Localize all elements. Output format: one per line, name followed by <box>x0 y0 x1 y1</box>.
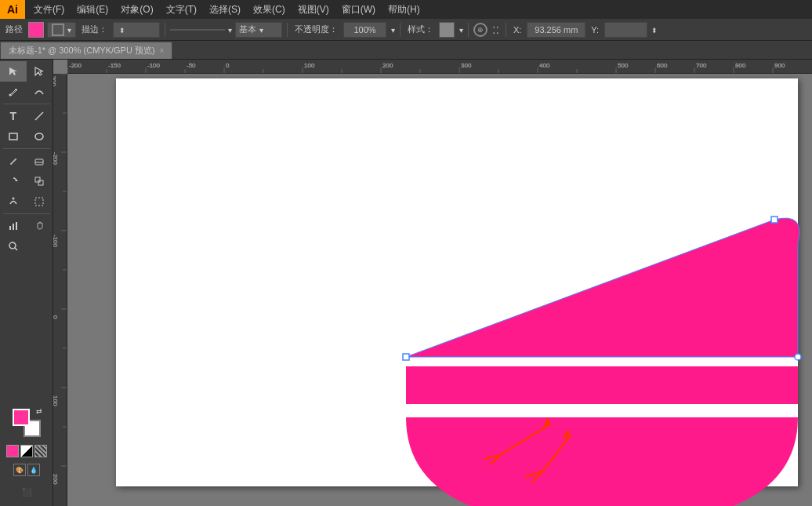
tool-select[interactable] <box>0 61 27 82</box>
x-coord-input[interactable] <box>527 22 585 38</box>
tab-title: 未标题-1* @ 300% (CMYK/GPU 预览) <box>9 45 155 56</box>
artboard-nav-icon: ⬛ <box>13 484 40 500</box>
fill-color-swatch[interactable] <box>28 22 44 38</box>
svg-text:-300: -300 <box>53 74 57 87</box>
stroke-label: 描边： <box>79 24 110 35</box>
color-area: ⇄ 🎨 💧 ⬛ <box>3 402 50 504</box>
stroke-toggle[interactable] <box>47 22 76 38</box>
stroke-profile-dropdown[interactable]: 基本 <box>235 22 282 38</box>
menu-select[interactable]: 选择(S) <box>204 2 246 18</box>
no-fill-mode[interactable] <box>34 445 47 457</box>
svg-text:700: 700 <box>696 62 707 69</box>
tool-zoom[interactable] <box>0 236 27 257</box>
tool-graph[interactable] <box>0 216 27 236</box>
tool-eraser[interactable] <box>27 151 53 171</box>
stroke-profile-chevron <box>258 25 263 35</box>
stroke-style-group <box>170 24 232 35</box>
handle-br[interactable] <box>795 354 801 360</box>
main-area: T <box>0 60 812 506</box>
handle-bl[interactable] <box>403 354 409 360</box>
ruler-h-ticks: -200 -150 -100 -50 0 100 200 300 400 500… <box>67 60 812 74</box>
opacity-input[interactable] <box>343 22 386 38</box>
left-toolbar: T <box>0 60 53 506</box>
color-picker-icon[interactable]: 🎨 <box>13 464 26 476</box>
svg-rect-2 <box>9 133 17 140</box>
svg-text:-150: -150 <box>108 62 121 69</box>
ruler-vertical: -300 -200 -100 0 100 200 <box>53 74 67 506</box>
x-coord-label: X: <box>511 25 524 35</box>
coord-chevron <box>651 24 658 35</box>
tool-free-transform[interactable] <box>27 191 53 212</box>
menu-help[interactable]: 帮助(H) <box>382 2 426 18</box>
svg-text:900: 900 <box>774 62 785 69</box>
tool-curvature[interactable] <box>27 82 53 102</box>
menu-bar: Ai 文件(F) 编辑(E) 对象(O) 文字(T) 选择(S) 效果(C) 视… <box>0 0 812 19</box>
stroke-chevron <box>66 25 71 35</box>
tab-document[interactable]: 未标题-1* @ 300% (CMYK/GPU 预览) × <box>0 42 172 59</box>
svg-text:100: 100 <box>304 62 315 69</box>
tool-pencil[interactable] <box>0 151 27 171</box>
shape-bottom-half-ellipse <box>406 417 798 506</box>
extra-tool-row: ⬛ <box>13 484 40 500</box>
style-label: 样式： <box>405 24 436 35</box>
menu-effect[interactable]: 效果(C) <box>248 2 291 18</box>
tool-row-3: T <box>0 106 53 126</box>
menu-window[interactable]: 窗口(W) <box>336 2 381 18</box>
svg-text:-200: -200 <box>69 62 82 69</box>
svg-rect-10 <box>35 198 43 206</box>
style-swatch[interactable] <box>439 22 455 38</box>
menu-view[interactable]: 视图(V) <box>292 2 335 18</box>
menu-file[interactable]: 文件(F) <box>28 2 70 18</box>
svg-line-1 <box>35 112 43 120</box>
tool-line[interactable] <box>27 106 53 126</box>
menu-edit[interactable]: 编辑(E) <box>71 2 114 18</box>
path-label: 路径 <box>3 24 25 35</box>
context-toolbar: 路径 描边： 基本 不透明度： 样式： ⊕ :: X: Y: <box>0 19 812 41</box>
svg-line-15 <box>15 248 17 250</box>
eyedropper-icon[interactable]: 💧 <box>27 464 40 476</box>
separator-1 <box>165 23 165 37</box>
fill-color-active-swatch[interactable] <box>13 409 30 426</box>
svg-point-14 <box>9 242 16 249</box>
tool-hand[interactable] <box>27 216 53 236</box>
tool-ellipse[interactable] <box>27 126 53 147</box>
svg-text:600: 600 <box>657 62 668 69</box>
tool-scale[interactable] <box>27 171 53 191</box>
ruler-v-ticks: -300 -200 -100 0 100 200 <box>53 74 67 506</box>
swap-colors-button[interactable]: ⇄ <box>36 407 42 415</box>
tool-direct-select[interactable] <box>27 61 53 82</box>
tool-rectangle[interactable] <box>0 126 27 147</box>
tool-row-8 <box>0 216 53 236</box>
svg-rect-8 <box>38 180 43 185</box>
stroke-width-chevron <box>118 25 125 35</box>
svg-text:-100: -100 <box>147 62 161 69</box>
tabs-bar: 未标题-1* @ 300% (CMYK/GPU 预览) × <box>0 41 812 60</box>
y-coord-input[interactable] <box>604 22 647 38</box>
svg-rect-12 <box>13 224 14 230</box>
gradient-mode[interactable] <box>20 445 33 457</box>
handle-tr[interactable] <box>771 217 778 223</box>
tool-warp[interactable] <box>0 191 27 212</box>
stroke-width-dropdown[interactable] <box>113 22 160 38</box>
menu-object[interactable]: 对象(O) <box>115 2 158 18</box>
tool-row-4 <box>0 126 53 147</box>
tool-type[interactable]: T <box>0 106 27 126</box>
svg-text:500: 500 <box>618 62 629 69</box>
tool-sep-3 <box>3 213 50 214</box>
artwork-svg <box>116 78 798 486</box>
color-fill-mode[interactable] <box>6 445 19 457</box>
opacity-label: 不透明度： <box>292 24 340 35</box>
stroke-line-preview <box>170 29 225 31</box>
menu-text[interactable]: 文字(T) <box>161 2 202 18</box>
tool-rotate[interactable] <box>0 171 27 191</box>
grid-icon: :: <box>492 23 499 37</box>
app-logo: Ai <box>0 0 25 19</box>
tool-row-6 <box>0 171 53 191</box>
separator-2 <box>287 23 288 37</box>
tool-pen[interactable] <box>0 82 27 102</box>
svg-text:200: 200 <box>53 474 59 485</box>
svg-text:0: 0 <box>226 62 230 69</box>
svg-text:100: 100 <box>53 395 59 406</box>
tool-sep-1 <box>3 104 50 104</box>
tab-close-button[interactable]: × <box>160 46 165 55</box>
